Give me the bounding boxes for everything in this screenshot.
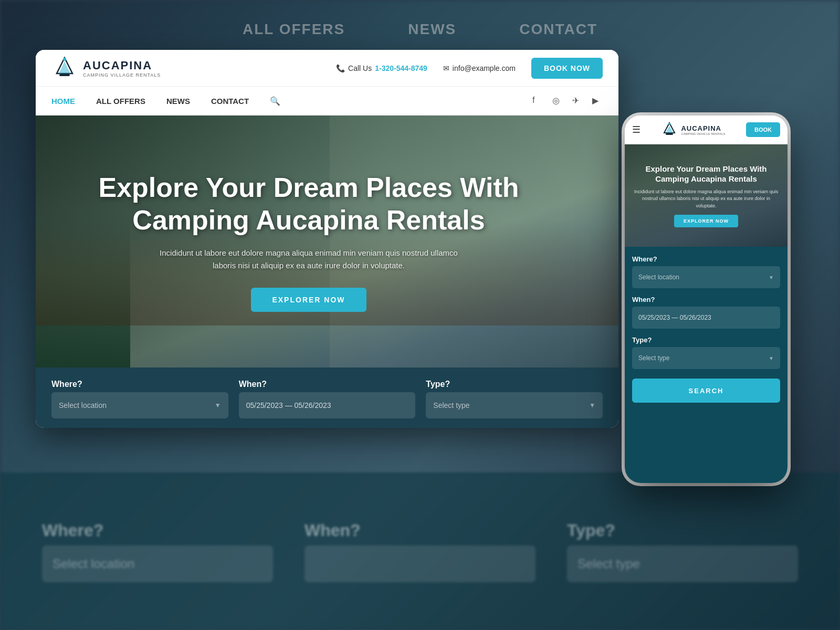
mobile-hero-overlay: Explore Your Dream Places With Camping A… [625,144,788,247]
hero-title: Explore Your Dream Places WithCamping Au… [99,171,519,237]
bg-nav-item-news: NEWS [408,21,456,38]
email-icon: ✉ [443,64,449,72]
bg-type-text: Select type [578,556,640,571]
mobile-menu-icon[interactable]: ☰ [632,124,640,135]
email-info: ✉ info@example.com [443,64,516,72]
top-bar-right: 📞 Call Us 1-320-544-8749 ✉ info@example.… [336,58,603,79]
mobile-where-select[interactable]: Select location ▼ [632,266,780,288]
browser-window: AUCAPINA CAMPING VILLAGE RENTALS 📞 Call … [36,50,618,428]
email-address[interactable]: info@example.com [453,64,516,72]
bg-type-label: Type? [567,521,798,540]
explorer-now-button[interactable]: EXPLORER NOW [251,288,366,312]
mobile-top-bar: ☰ AUCAPINA CAMPING VEHICLE RENTALS BOOK [625,116,788,144]
mobile-hero-subtitle: Incididunt ut labore eut dolore magna al… [632,188,780,210]
type-chevron-icon: ▼ [589,402,595,409]
logo-icon [51,55,78,81]
mobile-where-label: Where? [632,255,780,263]
bg-nav-item-offers: ALL OFFERS [243,21,345,38]
instagram-icon[interactable]: ◎ [552,96,563,106]
nav-news[interactable]: NEWS [166,97,190,106]
mobile-where-placeholder: Select location [638,274,679,281]
mobile-type-select[interactable]: Select type ▼ [632,347,780,369]
where-select[interactable]: Select location ▼ [51,392,228,418]
svg-marker-5 [666,125,673,133]
bg-where-label: Where? [42,521,273,540]
mobile-logo-area: AUCAPINA CAMPING VEHICLE RENTALS [661,121,725,138]
mobile-logo-name: AUCAPINA [681,124,725,132]
logo-name: AUCAPINA [83,59,161,72]
bg-nav-blur: ALL OFFERS NEWS CONTACT [0,21,840,38]
svg-rect-3 [59,74,70,76]
when-date-picker[interactable]: 05/25/2023 — 05/26/2023 [239,392,416,418]
type-label: Type? [426,380,603,389]
mobile-type-label: Type? [632,336,780,344]
when-date-value: 05/25/2023 — 05/26/2023 [246,401,331,410]
type-field: Type? Select type ▼ [426,380,603,418]
hero-content: Explore Your Dream Places WithCamping Au… [36,116,618,368]
when-field: When? 05/25/2023 — 05/26/2023 [239,380,416,418]
youtube-icon[interactable]: ▶ [592,96,603,106]
mobile-device: ☰ AUCAPINA CAMPING VEHICLE RENTALS BOOK … [625,116,788,483]
where-placeholder: Select location [59,401,107,410]
phone-number[interactable]: 1-320-544-8749 [375,64,427,72]
type-placeholder: Select type [433,401,469,410]
nav-contact[interactable]: CONTACT [211,97,249,106]
bg-when-field: When? [304,521,536,582]
book-now-button[interactable]: BOOK NOW [531,58,603,79]
mobile-hero: Explore Your Dream Places With Camping A… [625,144,788,247]
when-label: When? [239,380,416,389]
svg-point-2 [63,58,66,61]
bg-where-field: Where? Select location [42,521,273,582]
call-label: Call Us [348,64,372,72]
mobile-type-chevron-icon: ▼ [769,355,774,361]
svg-rect-7 [666,133,673,135]
mobile-where-chevron-icon: ▼ [769,275,774,280]
phone-icon: 📞 [336,64,345,72]
where-field: Where? Select location ▼ [51,380,228,418]
search-icon[interactable]: 🔍 [270,96,280,106]
nav-all-offers[interactable]: ALL OFFERS [96,97,145,106]
telegram-icon[interactable]: ✈ [572,96,583,106]
mobile-where-field: Where? Select location ▼ [632,255,780,288]
hero-subtitle: Incididunt ut labore eut dolore magna al… [151,247,466,272]
search-bar: Where? Select location ▼ When? 05/25/202… [36,368,618,428]
nav-home[interactable]: HOME [51,97,75,106]
bg-where-text: Select location [52,556,134,571]
type-select[interactable]: Select type ▼ [426,392,603,418]
mobile-when-label: When? [632,296,780,303]
top-bar: AUCAPINA CAMPING VILLAGE RENTALS 📞 Call … [36,50,618,87]
phone-info: 📞 Call Us 1-320-544-8749 [336,64,427,72]
where-chevron-icon: ▼ [215,402,221,409]
mobile-search-form: Where? Select location ▼ When? 05/25/202… [625,247,788,483]
mobile-logo-text-block: AUCAPINA CAMPING VEHICLE RENTALS [681,124,725,135]
mobile-explorer-button[interactable]: EXPLORER NOW [674,215,738,227]
mobile-logo-icon [661,121,678,138]
logo-subtitle: CAMPING VILLAGE RENTALS [83,72,161,78]
mobile-when-picker[interactable]: 05/25/2023 — 05/26/2023 [632,307,780,329]
bg-where-input: Select location [42,545,273,582]
mobile-type-field: Type? Select type ▼ [632,336,780,369]
nav-bar: HOME ALL OFFERS NEWS CONTACT 🔍 f ◎ ✈ ▶ [36,87,618,116]
mobile-hero-title: Explore Your Dream Places With Camping A… [632,164,780,184]
bg-when-label: When? [304,521,536,540]
mobile-book-button[interactable]: BOOK [746,122,780,137]
mobile-when-value: 05/25/2023 — 05/26/2023 [638,314,711,321]
bg-when-input [304,545,536,582]
mobile-logo-subtitle: CAMPING VEHICLE RENTALS [681,132,725,135]
mobile-when-field: When? 05/25/2023 — 05/26/2023 [632,296,780,329]
svg-point-6 [668,123,670,125]
bg-type-field: Type? Select type [567,521,798,582]
facebook-icon[interactable]: f [532,96,543,106]
logo-text-block: AUCAPINA CAMPING VILLAGE RENTALS [83,59,161,78]
logo-area: AUCAPINA CAMPING VILLAGE RENTALS [51,55,161,81]
bg-nav-item-contact: CONTACT [519,21,597,38]
social-links: f ◎ ✈ ▶ [532,96,603,106]
bg-search-form: Where? Select location When? Type? Selec… [0,472,840,630]
bg-type-input: Select type [567,545,798,582]
where-label: Where? [51,380,228,389]
hero-section: Explore Your Dream Places WithCamping Au… [36,116,618,368]
svg-marker-1 [59,61,70,74]
mobile-search-button[interactable]: SEARCH [632,379,780,403]
mobile-type-placeholder: Select type [638,354,669,362]
